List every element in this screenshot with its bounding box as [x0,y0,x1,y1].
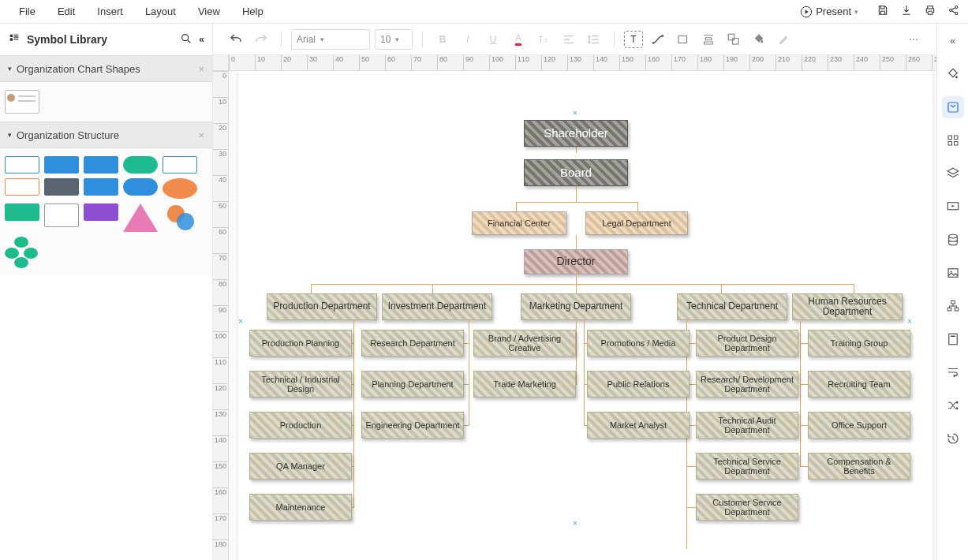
align-objects-button[interactable] [698,29,719,50]
node-leaf[interactable]: Technical Audit Department [696,412,798,439]
node-leaf[interactable]: Maintenance [249,494,352,521]
node-leaf[interactable]: Public Relations [587,371,690,398]
fill-tool-icon[interactable] [942,63,964,85]
close-icon[interactable]: × [198,129,204,141]
node-leaf[interactable]: Brand / Advertising Creative [473,330,576,357]
shape-button[interactable] [673,29,693,50]
node-leaf[interactable]: Engineering Department [361,412,464,439]
node-leaf[interactable]: Research Department [361,330,464,357]
node-marketing-dept[interactable]: Marketing Department [521,293,631,320]
node-investment-dept[interactable]: Investment Department [382,293,492,320]
connector-button[interactable] [648,29,668,50]
font-color-button[interactable]: A [508,29,529,50]
shape-thumb[interactable] [5,178,39,196]
share-icon[interactable] [947,4,960,19]
page-icon[interactable] [942,328,964,350]
node-hr-dept[interactable]: Human Resources Department [792,293,903,320]
menu-edit[interactable]: Edit [47,2,86,21]
canvas[interactable]: × × × × Shareholder Board Financial Cent… [229,71,936,560]
node-financial[interactable]: Financial Center [472,211,566,235]
node-leaf[interactable]: Technical / Industrial Design [249,371,352,398]
shape-thumb[interactable] [44,156,79,174]
node-leaf[interactable]: Market Analyst [587,412,690,439]
shape-thumb[interactable] [123,178,158,196]
menu-layout[interactable]: Layout [134,2,187,21]
collapse-left-icon[interactable]: « [199,34,204,45]
slideshow-icon[interactable] [942,196,964,218]
shape-thumb[interactable] [163,203,197,232]
fill-button[interactable] [749,29,769,50]
properties-panel-icon[interactable] [942,96,964,118]
present-button[interactable]: Present ▾ [793,2,865,21]
menu-file[interactable]: File [8,2,47,21]
node-leaf[interactable]: Production Planning [249,330,352,357]
menu-view[interactable]: View [187,2,231,21]
svg-rect-12 [733,38,739,44]
save-icon[interactable] [876,4,889,19]
accordion-org-shapes[interactable]: ▾ Organization Chart Shapes × [0,55,212,82]
database-icon[interactable] [942,229,964,251]
node-leaf[interactable]: Office Support [808,412,910,439]
italic-button[interactable]: I [458,29,478,50]
shape-thumb[interactable] [84,203,118,221]
node-director[interactable]: Director [524,249,628,274]
shape-thumb[interactable] [163,156,197,174]
node-leaf[interactable]: Production [249,412,352,439]
node-leaf[interactable]: Technical Service Department [696,453,798,480]
node-leaf[interactable]: Trade Marketing [473,371,576,398]
node-leaf[interactable]: QA Manager [249,453,352,480]
shape-thumb[interactable] [123,203,158,232]
size-select[interactable]: 10▾ [375,29,413,50]
text-size-button[interactable]: TT [533,29,554,50]
redo-button[interactable] [251,29,271,50]
node-shareholder[interactable]: Shareholder [524,120,628,147]
node-leaf[interactable]: Training Group [808,330,910,357]
node-leaf[interactable]: Recruiting Team [808,371,910,398]
download-icon[interactable] [900,4,913,19]
brush-button[interactable] [774,29,794,50]
collapse-right-icon[interactable]: « [942,30,964,52]
shape-thumb[interactable] [5,237,39,268]
image-icon[interactable] [942,262,964,284]
more-button[interactable]: ⋯ [903,29,924,50]
node-technical-dept[interactable]: Technical Department [677,293,787,320]
wrap-icon[interactable] [942,361,964,383]
line-spacing-button[interactable] [584,29,604,50]
orgchart-icon[interactable] [942,295,964,317]
shape-thumb[interactable] [163,178,197,199]
menu-insert[interactable]: Insert [86,2,134,21]
shuffle-icon[interactable] [942,394,964,416]
font-select[interactable]: Arial▾ [291,29,370,50]
node-leaf[interactable]: Compensation & Benefits [808,453,910,480]
node-leaf[interactable]: Research/ Development Department [696,371,798,398]
node-production-dept[interactable]: Production Department [267,293,377,320]
shape-thumb[interactable] [44,178,79,196]
node-leaf[interactable]: Product Design Department [696,330,798,357]
undo-button[interactable] [226,29,246,50]
underline-button[interactable]: U [483,29,503,50]
node-legal[interactable]: Legal Department [585,211,688,235]
align-button[interactable] [559,29,579,50]
history-icon[interactable] [942,427,964,450]
shape-thumb[interactable] [84,156,118,174]
shape-thumb[interactable] [5,203,39,221]
node-leaf[interactable]: Promotions / Media [587,330,690,357]
menu-help[interactable]: Help [231,2,275,21]
group-button[interactable] [723,29,744,50]
close-icon[interactable]: × [198,63,204,75]
accordion-org-structure[interactable]: ▾ Organization Structure × [0,121,212,148]
shape-thumb[interactable] [44,203,79,227]
search-icon[interactable] [180,32,192,47]
shape-thumb[interactable] [5,90,39,114]
shape-thumb[interactable] [84,178,118,196]
shape-thumb[interactable] [123,156,158,174]
grid-icon[interactable] [942,129,964,151]
bold-button[interactable]: B [432,29,453,50]
node-board[interactable]: Board [524,159,628,186]
shape-thumb[interactable] [5,156,39,174]
layers-icon[interactable] [942,162,964,185]
node-leaf[interactable]: Customer Service Department [696,494,798,521]
print-icon[interactable] [924,4,936,19]
text-box-button[interactable]: T [624,31,643,48]
node-leaf[interactable]: Planning Department [361,371,464,398]
